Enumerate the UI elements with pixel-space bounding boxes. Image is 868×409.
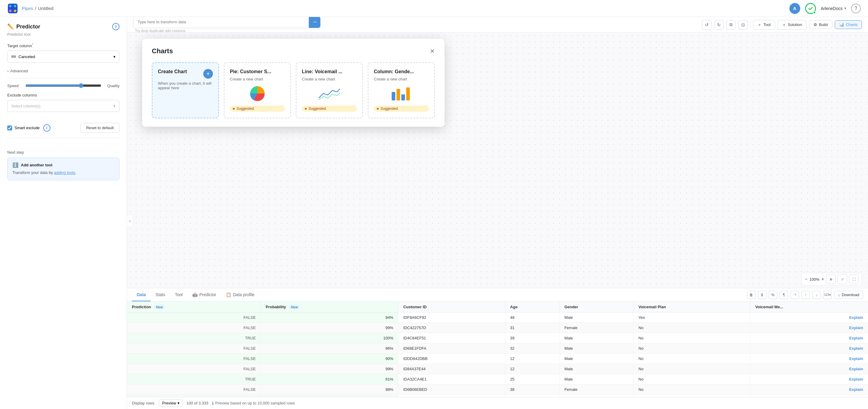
breadcrumb-sep: / xyxy=(35,6,36,11)
target-column-dropdown[interactable]: Canceled ▾ xyxy=(7,51,120,63)
th-age: Age xyxy=(505,302,559,313)
th-probability: Probability New xyxy=(261,302,398,313)
build-button[interactable]: ⚙ Build xyxy=(809,20,832,29)
explain-link[interactable]: Explain xyxy=(849,356,863,361)
pipes-link[interactable]: Pipes xyxy=(22,6,33,11)
reset-to-default-button[interactable]: Reset to default xyxy=(81,123,120,133)
tab-data[interactable]: Data xyxy=(132,289,151,301)
format-123-button[interactable]: 123▾ xyxy=(823,291,832,299)
tab-predictor[interactable]: 🤖 Predictor xyxy=(187,289,221,301)
smart-exclude-help[interactable]: i xyxy=(43,124,51,132)
explain-link[interactable]: Explain xyxy=(849,346,863,351)
next-step-card: ℹ️ Add another tool Transform your data … xyxy=(7,158,120,180)
data-cell: Female xyxy=(559,323,633,333)
exclude-columns-section: Exclude columns Select column(s) ▾ xyxy=(7,93,120,112)
add-solution-button[interactable]: ＋ Solution xyxy=(778,20,807,30)
help-button[interactable]: ? xyxy=(851,4,861,13)
redo-button[interactable]: ↻ xyxy=(714,20,724,30)
download-button[interactable]: ↓ Download xyxy=(834,291,863,299)
table-row: FALSE99%IDC422757D31FemaleNoExplain xyxy=(127,323,868,333)
sort-desc-button[interactable]: ↓ xyxy=(812,291,821,299)
add-tool-button[interactable]: ＋ Tool xyxy=(753,20,775,30)
probability-cell: 90% xyxy=(261,354,398,364)
sort-asc-button[interactable]: ↑ xyxy=(802,291,810,299)
collapse-panel-button[interactable]: ‹ xyxy=(127,215,133,227)
prediction-cell: FALSE xyxy=(127,343,261,354)
next-step-title: ℹ️ Add another tool xyxy=(12,162,114,168)
fit-screen-button[interactable]: ⤢ xyxy=(837,274,847,284)
copy-button[interactable]: ⧉ xyxy=(726,20,736,30)
data-cell: ID68E1FDFA xyxy=(398,343,505,354)
tab-stats[interactable]: Stats xyxy=(151,289,170,301)
star-icon: ★ xyxy=(232,107,235,111)
advanced-toggle-button[interactable]: › Advanced xyxy=(7,69,120,73)
command-input[interactable] xyxy=(133,17,309,27)
speed-quality-slider[interactable] xyxy=(25,83,101,88)
data-cell: No xyxy=(633,374,750,384)
duplicate-button[interactable]: ⊡ xyxy=(738,20,748,30)
speed-quality-slider-row: Speed Quality xyxy=(7,83,120,88)
smart-exclude-label: Smart exclude xyxy=(14,126,40,130)
explain-link[interactable]: Explain xyxy=(849,315,863,320)
explain-link[interactable]: Explain xyxy=(849,325,863,330)
zoom-percent: 100% xyxy=(809,277,819,282)
svg-rect-6 xyxy=(392,92,395,100)
create-chart-button[interactable]: + xyxy=(203,69,213,78)
display-rows-select[interactable]: Preview ▾ xyxy=(159,399,183,407)
data-cell: Female xyxy=(559,384,633,395)
undo-button[interactable]: ↺ xyxy=(702,20,712,30)
sidebar-subtitle: Predictor tool xyxy=(7,32,120,37)
table-row: TRUE100%ID4C84EF5139MaleNoExplain xyxy=(127,333,868,343)
explain-link[interactable]: Explain xyxy=(849,377,863,381)
charts-panel-close-button[interactable]: ✕ xyxy=(430,48,435,55)
table-row: TRUE91%IDA32CA4E125MaleNoExplain xyxy=(127,374,868,384)
workspace-button[interactable]: ArleneDocs ▾ xyxy=(821,6,846,11)
data-cell: Yes xyxy=(633,313,750,323)
exclude-columns-select[interactable]: Select column(s) ▾ xyxy=(7,100,120,112)
user-avatar[interactable]: A xyxy=(789,3,800,14)
sidebar-help-button[interactable]: ? xyxy=(112,23,120,30)
charts-button[interactable]: 📊 Charts xyxy=(835,20,862,29)
prediction-cell: FALSE xyxy=(127,323,261,333)
probability-cell: 99% xyxy=(261,364,398,374)
data-cell: Male xyxy=(559,374,633,384)
fullscreen-button[interactable]: ⛶ xyxy=(849,274,859,284)
explain-link[interactable]: Explain xyxy=(849,336,863,340)
delete-button[interactable]: 🗑 xyxy=(747,291,755,299)
target-column-value: Canceled xyxy=(19,55,35,59)
svg-rect-8 xyxy=(401,94,405,100)
tab-data-profile[interactable]: 📋 Data profile xyxy=(221,289,259,301)
workspace-status xyxy=(805,3,816,14)
pie-chart-desc: Create a new chart xyxy=(230,77,285,82)
explain-cell: Explain xyxy=(750,333,868,343)
explain-cell: Explain xyxy=(750,395,868,397)
logo xyxy=(7,3,18,14)
percent-format-button[interactable]: % xyxy=(769,291,777,299)
sidebar: ✏️ Predictor ? Predictor tool Target col… xyxy=(0,17,127,409)
svg-point-1 xyxy=(9,5,11,7)
rows-select-chevron: ▾ xyxy=(178,401,180,405)
adding-tools-link[interactable]: adding tools xyxy=(54,170,75,175)
zoom-reset-button[interactable]: ⊕ xyxy=(826,274,836,284)
explain-link[interactable]: Explain xyxy=(849,387,863,392)
command-submit-button[interactable]: → xyxy=(309,17,320,28)
zoom-in-button[interactable]: + xyxy=(822,277,824,282)
dollar-format-button[interactable]: $ xyxy=(758,291,766,299)
pilcrow-button[interactable]: ¶ xyxy=(780,291,788,299)
data-cell: IDF8A6CF92 xyxy=(398,313,505,323)
decimal-button[interactable]: ⁻¹ xyxy=(790,291,799,299)
zoom-out-button[interactable]: − xyxy=(805,277,807,282)
tab-tool[interactable]: Tool xyxy=(170,289,187,301)
table-row: FALSE90%IDDD842DBB12MaleNoExplain xyxy=(127,354,868,364)
data-cell: 48 xyxy=(505,313,559,323)
smart-exclude-checkbox[interactable] xyxy=(7,126,12,130)
pie-chart-title: Pie: Customer S... xyxy=(230,69,271,74)
sidebar-header: ✏️ Predictor ? xyxy=(7,23,120,30)
preview-info: ℹ Preview based on up to 10,000 sampled … xyxy=(212,401,295,406)
exclude-placeholder: Select column(s) xyxy=(11,104,40,108)
data-profile-tab-icon: 📋 xyxy=(226,292,231,297)
explain-link[interactable]: Explain xyxy=(849,367,863,371)
probability-cell: 99% xyxy=(261,323,398,333)
line-chart-visual xyxy=(302,85,357,102)
table-row: FALSE88%IDF5C143B657FemaleNoExplain xyxy=(127,395,868,397)
